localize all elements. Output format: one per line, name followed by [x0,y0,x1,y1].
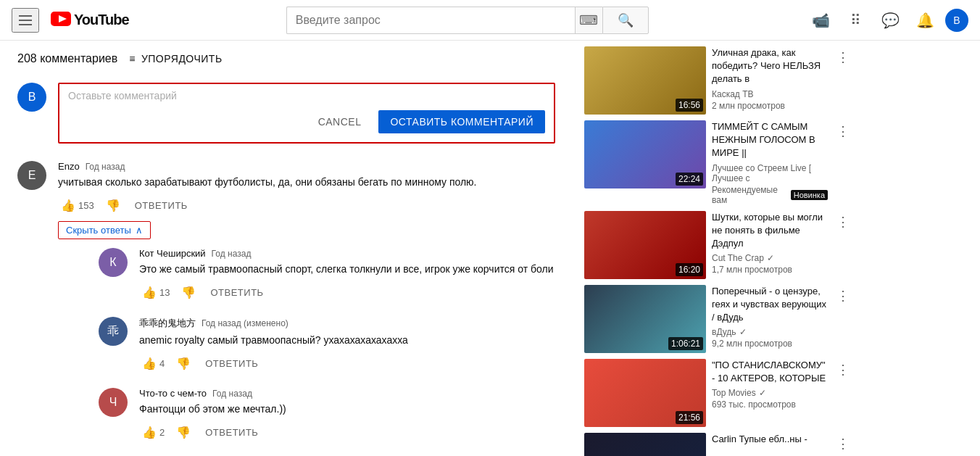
keyboard-button[interactable]: ⌨ [575,7,602,34]
reply-author: 乖乖的鬼地方 [139,317,196,330]
video-title-2: ТИММЕЙТ С САМЫМ НЕЖНЫМ ГОЛОСОМ В МИРЕ || [712,120,828,160]
video-info-3[interactable]: Шутки, которые вы могли не понять в филь… [712,211,828,275]
video-thumbnail-4[interactable]: 1:06:21 [584,285,706,353]
reply-actions: 👍 13 👎 ОТВЕТИТЬ [139,283,555,302]
reply-actions: 👍 2 👎 ОТВЕТИТЬ [139,423,555,442]
reply-author: Что-то с чем-то [139,388,207,399]
messages-button[interactable]: 💬 [876,6,905,35]
sidebar: 16:56 Уличная драка, как победить? Чего … [573,41,864,456]
hide-replies-button[interactable]: Скрыть ответы ∧ [58,221,151,239]
video-info-5[interactable]: "ПО СТАНИСЛАВСКОМУ" - 10 АКТЕРОВ, КОТОРЫ… [712,359,828,410]
reply-body: 乖乖的鬼地方 Год назад (изменено) anemic royal… [139,317,555,373]
comments-header: 208 комментариев ≡ УПОРЯДОЧИТЬ [17,52,555,65]
video-title-4: Поперечный - о цензуре, геях и чувствах … [712,285,828,325]
reply-dislike-button[interactable]: 👎 [178,283,199,302]
reply-dislike-button[interactable]: 👎 [173,423,194,442]
video-more-button-5[interactable]: ⋮ [834,359,852,381]
sort-button[interactable]: ≡ УПОРЯДОЧИТЬ [129,53,222,65]
hide-replies-label: Скрыть ответы [66,225,131,236]
reply-reply-button[interactable]: ОТВЕТИТЬ [199,355,264,372]
video-info-4[interactable]: Поперечный - о цензуре, геях и чувствах … [712,285,828,349]
comment-body: Enzo Год назад учитывая сколько зарабаты… [58,161,555,456]
reply-reply-button[interactable]: ОТВЕТИТЬ [199,424,264,441]
video-title-1: Уличная драка, как победить? Чего НЕЛЬЗЯ… [712,46,828,86]
video-more-button-2[interactable]: ⋮ [834,120,852,142]
notifications-button[interactable]: 🔔 [910,6,939,35]
search-input[interactable] [286,7,575,34]
verified-icon-3: ✓ [767,253,774,263]
thumbup-icon: 👍 [142,357,157,370]
video-thumbnail-6[interactable] [584,433,706,456]
youtube-logo[interactable]: YouTube [51,12,129,28]
video-thumbnail-2[interactable]: 22:24 [584,120,706,188]
video-meta-2: Рекомендуемые вам [712,185,786,205]
reply-like-count: 2 [159,427,165,438]
video-channel-5: Top Movies ✓ [712,388,828,398]
comment-item: E Enzo Год назад учитывая сколько зараба… [17,161,555,456]
apps-button[interactable]: ⠿ [841,6,870,35]
thumbup-icon: 👍 [142,426,157,439]
current-user-avatar: B [17,83,46,112]
comment-input-box: Оставьте комментарий CANCEL ОСТАВИТЬ КОМ… [58,83,555,144]
reply-button[interactable]: ОТВЕТИТЬ [129,197,194,214]
reply-avatar: К [99,248,128,277]
user-avatar[interactable]: B [945,9,968,32]
sidebar-video-4: 1:06:21 Поперечный - о цензуре, геях и ч… [584,285,852,353]
video-thumbnail-5[interactable]: 21:56 [584,359,706,427]
video-more-button-4[interactable]: ⋮ [834,285,852,307]
comment-actions-row: 👍 153 👎 ОТВЕТИТЬ [58,196,555,215]
video-duration-4: 1:06:21 [668,337,703,350]
comment-author-line: Enzo Год назад [58,161,555,172]
reply-reply-button[interactable]: ОТВЕТИТЬ [204,284,269,301]
camera-button[interactable]: 📹 [806,6,835,35]
sidebar-video-1: 16:56 Уличная драка, как победить? Чего … [584,46,852,115]
thumbup-icon: 👍 [142,286,157,299]
video-views-1: 2 млн просмотров [712,101,828,111]
comment-time: Год назад [86,162,125,172]
thumbup-icon: 👍 [61,199,75,212]
video-info-6[interactable]: Carlin Тупые ебл..ны - [712,433,828,449]
reply-actions: 👍 4 👎 ОТВЕТИТЬ [139,354,555,373]
video-more-button-1[interactable]: ⋮ [834,46,852,68]
video-info-1[interactable]: Уличная драка, как победить? Чего НЕЛЬЗЯ… [712,46,828,111]
reply-like-button[interactable]: 👍 13 [139,283,173,302]
video-more-button-3[interactable]: ⋮ [834,211,852,233]
video-more-button-6[interactable]: ⋮ [834,433,852,455]
reply-author-line: Кот Чеширский Год назад [139,248,555,259]
video-channel-4: вДудь ✓ [712,327,828,337]
like-button[interactable]: 👍 153 [58,196,97,215]
reply-like-button[interactable]: 👍 2 [139,423,167,442]
reply-like-button[interactable]: 👍 4 [139,354,167,373]
video-thumbnail-3[interactable]: 16:20 [584,211,706,279]
reply-avatar: 乖 [99,317,128,346]
submit-comment-button[interactable]: ОСТАВИТЬ КОММЕНТАРИЙ [378,110,545,133]
menu-button[interactable] [12,8,39,33]
sidebar-video-2: 22:24 ТИММЕЙТ С САМЫМ НЕЖНЫМ ГОЛОСОМ В М… [584,120,852,205]
video-duration-1: 16:56 [676,99,703,112]
search-button[interactable]: 🔍 [602,7,649,34]
comment-author-avatar: E [17,161,46,190]
comment-input-area: B Оставьте комментарий CANCEL ОСТАВИТЬ К… [17,83,555,144]
sidebar-video-6: Carlin Тупые ебл..ны - ⋮ [584,433,852,456]
comments-count: 208 комментариев [17,52,117,65]
reply-item: 乖 乖乖的鬼地方 Год назад (изменено) anemic roy… [99,317,555,373]
video-views-3: 1,7 млн просмотров [712,265,828,275]
thumbdown-icon: 👎 [181,286,196,299]
thumbdown-icon: 👎 [106,199,120,212]
reply-time: Год назад (изменено) [202,318,288,328]
header-right: 📹 ⠿ 💬 🔔 B [806,6,968,35]
dislike-button[interactable]: 👎 [103,196,123,215]
video-info-2[interactable]: ТИММЕЙТ С САМЫМ НЕЖНЫМ ГОЛОСОМ В МИРЕ ||… [712,120,828,205]
reply-like-count: 4 [159,358,165,369]
reply-dislike-button[interactable]: 👎 [173,354,194,373]
video-thumbnail-1[interactable]: 16:56 [584,46,706,115]
video-views-5: 693 тыс. просмотров [712,399,828,410]
reply-author-line: 乖乖的鬼地方 Год назад (изменено) [139,317,555,330]
comments-section: 208 комментариев ≡ УПОРЯДОЧИТЬ B Оставьт… [0,41,573,456]
reply-author-line: Что-то с чем-то Год назад [139,388,555,399]
reply-avatar: Ч [99,388,128,417]
cancel-button[interactable]: CANCEL [307,110,373,133]
sort-label: УПОРЯДОЧИТЬ [141,53,223,65]
reply-text: Фантоцци об этом же мечтал.)) [139,402,555,417]
reply-text: anemic royalty самый травмоопасный? ухах… [139,333,555,348]
